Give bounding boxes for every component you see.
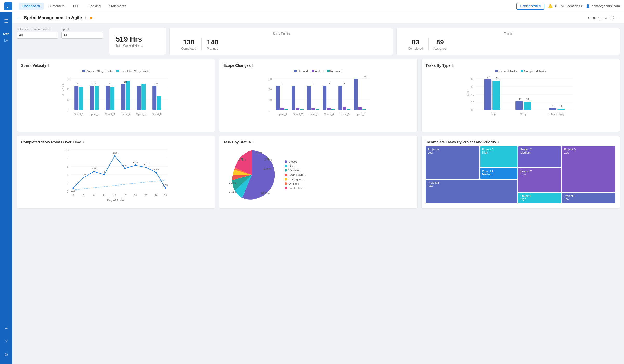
sidebar-mtd[interactable]: MTD xyxy=(3,31,9,38)
expand-icon[interactable]: ⛶ xyxy=(610,16,614,20)
theme-button[interactable]: ✦ Theme xyxy=(587,16,601,20)
getting-started-button[interactable]: Getting started xyxy=(516,3,545,10)
treemap-cell-project-d-low[interactable]: Project DLow xyxy=(562,146,615,192)
svg-rect-44 xyxy=(284,109,288,110)
svg-rect-23 xyxy=(141,84,146,110)
svg-text:22: 22 xyxy=(155,82,158,85)
tasks-completed-metric: 83 Completed xyxy=(403,38,428,50)
legend-completed-sp: Completed Story Points xyxy=(116,70,150,73)
treemap-cell-project-e-low[interactable]: Project ELow xyxy=(562,193,615,203)
back-button[interactable]: ← xyxy=(17,15,21,21)
tasks-by-status-pie: 2.75% 2.75% 0.92% 2.75% 7.34% 7.34% 76.1… xyxy=(223,146,280,203)
svg-text:60: 60 xyxy=(471,85,474,88)
svg-text:62: 62 xyxy=(495,77,498,80)
svg-text:24: 24 xyxy=(124,81,127,83)
treemap-cell-project-c-low[interactable]: Project CLow xyxy=(518,168,561,192)
incomplete-tasks-card: Incomplete Tasks By Project and Priority… xyxy=(421,136,620,209)
legend-in-progress: In Progres... xyxy=(285,178,306,181)
svg-rect-82 xyxy=(492,81,500,110)
svg-text:2: 2 xyxy=(67,182,68,185)
svg-text:Sprint_3: Sprint_3 xyxy=(105,113,115,116)
tasks-assigned-label: Assigned xyxy=(434,47,446,50)
svg-text:2.75%: 2.75% xyxy=(238,158,246,161)
svg-rect-62 xyxy=(358,107,362,110)
notification-badge[interactable]: 🔔 31 xyxy=(548,4,557,9)
treemap-cell-project-e-high[interactable]: Project EHigh xyxy=(518,193,561,203)
svg-point-117 xyxy=(145,167,147,168)
svg-text:2.75%: 2.75% xyxy=(264,167,271,170)
treemap-cell-project-b-low[interactable]: Project BLow xyxy=(426,180,517,203)
svg-text:Sprint_1: Sprint_1 xyxy=(278,113,287,116)
nav-statements[interactable]: Statements xyxy=(105,3,130,10)
svg-text:7.34%: 7.34% xyxy=(229,191,236,194)
svg-point-112 xyxy=(93,171,95,172)
scope-changes-chart: 30 20 10 0 2 2 xyxy=(223,75,413,127)
svg-rect-51 xyxy=(316,109,319,110)
svg-rect-10 xyxy=(74,86,78,110)
svg-text:18: 18 xyxy=(526,98,529,101)
refresh-icon[interactable]: ↺ xyxy=(605,16,607,20)
nav-banking[interactable]: Banking xyxy=(85,3,104,10)
tasks-by-type-title: Tasks By Type ℹ xyxy=(426,63,615,68)
svg-rect-85 xyxy=(515,101,523,110)
svg-text:6: 6 xyxy=(67,165,68,168)
nav-links: Dashboard Customers POS Banking Statemen… xyxy=(19,3,510,10)
svg-text:30: 30 xyxy=(67,78,70,81)
treemap-cell-project-a-medium[interactable]: Project AMedium xyxy=(480,168,517,179)
sidebar: ☰ MTD LM + ? ⚙ xyxy=(0,12,12,216)
top-nav: J Dashboard Customers POS Banking Statem… xyxy=(0,0,624,12)
legend-for-tech: For Tech R... xyxy=(285,187,306,190)
svg-text:23: 23 xyxy=(144,194,148,197)
svg-text:29: 29 xyxy=(164,194,167,197)
svg-text:20: 20 xyxy=(471,101,474,104)
svg-text:20: 20 xyxy=(269,88,272,91)
pie-legend: Closed Open Validated Code Revie... xyxy=(285,160,306,190)
svg-rect-55 xyxy=(331,109,335,110)
svg-point-110 xyxy=(72,187,74,189)
nav-customers[interactable]: Customers xyxy=(45,3,68,10)
treemap-cell-project-a-low[interactable]: Project ALow xyxy=(426,146,479,179)
svg-point-118 xyxy=(155,172,157,173)
svg-rect-63 xyxy=(362,109,366,110)
charts-row-2: Completed Story Points Over Time ℹ 10 8 … xyxy=(17,136,620,209)
svg-text:Sprint_3: Sprint_3 xyxy=(309,113,319,116)
svg-text:5.50: 5.50 xyxy=(123,164,127,167)
legend-planned-sp: Planned Story Points xyxy=(82,70,113,73)
worked-hours-value: 519 Hrs xyxy=(116,35,160,43)
treemap-cell-project-c-medium[interactable]: Project CMedium xyxy=(518,146,561,167)
treemap: Project ALow Project AHigh Project CMedi… xyxy=(426,146,615,203)
user-icon: 👤 xyxy=(586,4,590,8)
story-completed-metric: 130 Completed xyxy=(176,38,201,50)
svg-point-114 xyxy=(114,155,115,157)
svg-text:Technical Blog: Technical Blog xyxy=(547,113,564,116)
legend-code-review: Code Revie... xyxy=(285,173,306,176)
svg-line-109 xyxy=(73,180,165,190)
nav-dashboard[interactable]: Dashboard xyxy=(19,3,44,10)
svg-text:80: 80 xyxy=(471,78,474,81)
legend-open: Open xyxy=(285,164,306,168)
svg-rect-20 xyxy=(126,81,130,110)
theme-icon: ✦ xyxy=(587,16,590,20)
more-icon[interactable]: ··· xyxy=(617,16,620,20)
sprint-filter-select[interactable]: All xyxy=(61,32,103,39)
svg-text:7.34%: 7.34% xyxy=(229,182,236,184)
sprint-filter-group: Sprint All xyxy=(61,28,103,55)
location-selector[interactable]: All Locations ▾ xyxy=(561,4,583,8)
sidebar-lm[interactable]: LM xyxy=(4,38,8,43)
legend-on-hold: On Hold xyxy=(285,182,306,185)
sidebar-menu-icon[interactable]: ☰ xyxy=(4,16,8,27)
svg-text:10: 10 xyxy=(66,149,69,151)
svg-text:0.75: 0.75 xyxy=(163,184,168,187)
treemap-cell-project-a-high[interactable]: Project AHigh xyxy=(480,146,517,167)
svg-text:8: 8 xyxy=(67,157,68,160)
sprint-velocity-chart: 30 20 10 0 Story Points 22 22 xyxy=(21,75,211,127)
svg-rect-89 xyxy=(549,108,556,110)
completed-story-points-chart: 10 8 6 4 2 0 xyxy=(21,146,211,203)
project-filter-select[interactable]: All xyxy=(17,32,58,39)
tasks-assigned-value: 89 xyxy=(434,38,446,46)
bell-icon: 🔔 xyxy=(548,4,553,9)
svg-text:3: 3 xyxy=(560,105,562,108)
nav-pos[interactable]: POS xyxy=(69,3,84,10)
story-completed-label: Completed xyxy=(181,47,196,50)
svg-text:8.50: 8.50 xyxy=(112,152,117,154)
